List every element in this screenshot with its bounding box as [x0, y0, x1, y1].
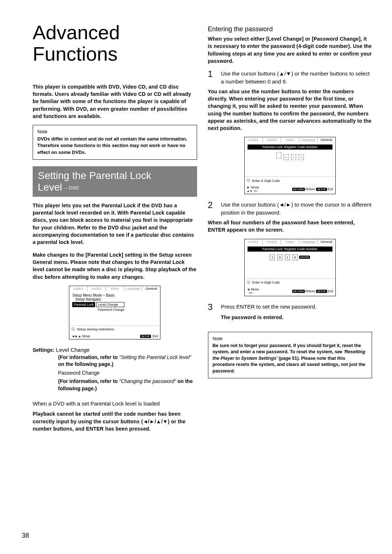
info-icon: ⓘ: [247, 178, 250, 183]
parental-para2: Make changes to the [Parental Lock] sett…: [33, 251, 197, 281]
page-title: Advanced Functions: [33, 22, 197, 65]
ui1-tab: Audio1: [69, 286, 87, 291]
ui-diagram-3: Audio1 Audio2 Video Language General Par…: [244, 239, 336, 296]
ui3-tab-active: General: [318, 239, 335, 244]
ui1-level-change: Level Change: [96, 302, 124, 307]
ui3-tab: Audio1: [245, 239, 263, 244]
ui2-move: Move: [251, 186, 259, 189]
ui1-info: Setup viewing restrictions: [77, 327, 114, 331]
page-number: 38: [22, 532, 29, 539]
ui3-enter-chip: ENTER: [299, 256, 310, 259]
ui1-row2: Setup Navigator: [75, 297, 157, 301]
digit-box: –: [299, 154, 304, 160]
ui2-return-chip: RETURN: [292, 188, 305, 191]
step-3-num: 3: [208, 303, 216, 311]
note-text: DVDs differ in content and do not all co…: [37, 136, 192, 156]
step-1-note: You can also use the number buttons to e…: [208, 88, 372, 132]
right-intro: When you select either [Level Change] or…: [208, 35, 372, 65]
ui1-parental-lock: Parental Lock: [72, 302, 95, 307]
ui1-tab: Language: [124, 286, 142, 291]
arrow-icons: ◄►▲: [72, 334, 81, 338]
digit-box: 0: [277, 254, 282, 260]
parental-para1: This player lets you set the Parental Lo…: [33, 202, 197, 246]
intro-paragraph: This player is compatible with DVD, Vide…: [33, 83, 197, 120]
settings-i1-b: "Setting the Parental Lock level": [119, 354, 191, 360]
ui3-tab: Video: [281, 239, 299, 244]
ui2-tab: Audio1: [245, 137, 263, 142]
ui2-tab: Audio2: [263, 137, 281, 142]
ui3-move: Move: [251, 288, 259, 291]
ui1-tab: Audio2: [87, 286, 106, 291]
digit-box: 9: [293, 254, 298, 260]
section-line1: Setting the Parental Lock: [38, 170, 192, 182]
step-2-body: Use the cursor buttons (◄/►) to move the…: [221, 201, 372, 217]
ui3-info: Enter 4–Digit Code: [252, 281, 280, 284]
loaded-heading: When a DVD with a set Parental Lock leve…: [33, 400, 197, 408]
ui2-bar: Parental Lock: Register Code Number: [248, 144, 332, 150]
ui3-exit: Exit: [328, 289, 333, 293]
ui3-tab: Language: [299, 239, 317, 244]
ui2-tab-active: General: [318, 137, 335, 142]
section-line2a: Level: [38, 182, 62, 193]
settings-item1-name: Level Change: [56, 347, 90, 353]
digit-box: –: [291, 154, 296, 160]
step-3-body: Press ENTER to set the new password.: [221, 303, 372, 311]
ui3-tab: Audio2: [263, 239, 281, 244]
settings-item2-name: Password Change: [58, 370, 197, 377]
info-icon: ⓘ: [72, 327, 75, 332]
arrow-icon: ►: [247, 186, 250, 189]
ui3-return: Return: [306, 289, 315, 293]
step-3-note: The password is entered.: [221, 314, 372, 321]
info-icon: ⓘ: [247, 280, 250, 285]
ui-diagram-2: Audio1 Audio2 Video Language General Par…: [244, 137, 336, 194]
loaded-para: Playback cannot be started until the cod…: [33, 410, 197, 432]
note-box-1: Note DVDs differ in content and do not a…: [33, 125, 197, 160]
ui2-pm: +/–: [253, 189, 258, 193]
ui3-pm: +/–: [249, 291, 253, 295]
settings-i1-c: on the following page.): [58, 361, 113, 367]
ui2-exit: Exit: [328, 187, 333, 191]
settings-i1-a: (For information, refer to: [58, 354, 119, 360]
ui3-bar: Parental Lock: Register Code Number: [248, 247, 332, 252]
note-box-2: Note Be sure not to forget your password…: [208, 332, 372, 379]
note-label: Note: [37, 129, 192, 134]
digit-box: 1: [270, 254, 275, 260]
digit-box: –: [283, 154, 289, 160]
ui3-setup-chip: SETUP: [316, 290, 327, 293]
ui2-setup-chip: SETUP: [316, 188, 327, 191]
ui3-return-chip: RETURN: [292, 290, 305, 293]
ui1-setup-chip: SETUP: [140, 335, 151, 338]
ui1-tab: Video: [106, 286, 124, 291]
step-2-note: When all four numbers of the password ha…: [208, 219, 372, 234]
note2-label: Note: [213, 336, 368, 341]
step-1-num: 1: [208, 70, 216, 78]
ui2-return: Return: [306, 187, 315, 191]
ui2-tab: Video: [281, 137, 299, 142]
section-line2b: – DVD: [65, 185, 79, 191]
settings-i2-a: (For information, refer to: [58, 378, 119, 384]
digit-box: 1: [285, 254, 290, 260]
step-2-num: 2: [208, 201, 216, 209]
section-banner: Setting the Parental Lock Level – DVD: [33, 166, 197, 197]
ui1-tab-active: General: [142, 286, 160, 291]
note2-a: Be sure not to forget your password. If …: [213, 343, 361, 355]
ui2-info: Enter 4–Digit Code: [252, 179, 280, 183]
ui1-move: Move: [82, 334, 90, 338]
ui1-exit: Exit: [152, 334, 158, 338]
ui-diagram-1: Audio1 Audio2 Video Language General Set…: [69, 286, 160, 339]
settings-heading: Settings:: [33, 347, 54, 353]
digit-box: [276, 152, 281, 158]
updown-icon: ▲▼: [247, 190, 253, 193]
step-1-body: Use the cursor buttons (▲/▼) or the numb…: [221, 70, 372, 86]
settings-i2-b: "Changing the password": [119, 378, 176, 384]
arrow-icon: ◄: [247, 288, 250, 291]
ui1-password-change: Password Change: [96, 308, 124, 311]
ui2-tab: Language: [299, 137, 317, 142]
ui1-row1: Setup Menu Mode – Basic: [72, 293, 157, 297]
right-heading: Entering the password: [208, 25, 372, 33]
